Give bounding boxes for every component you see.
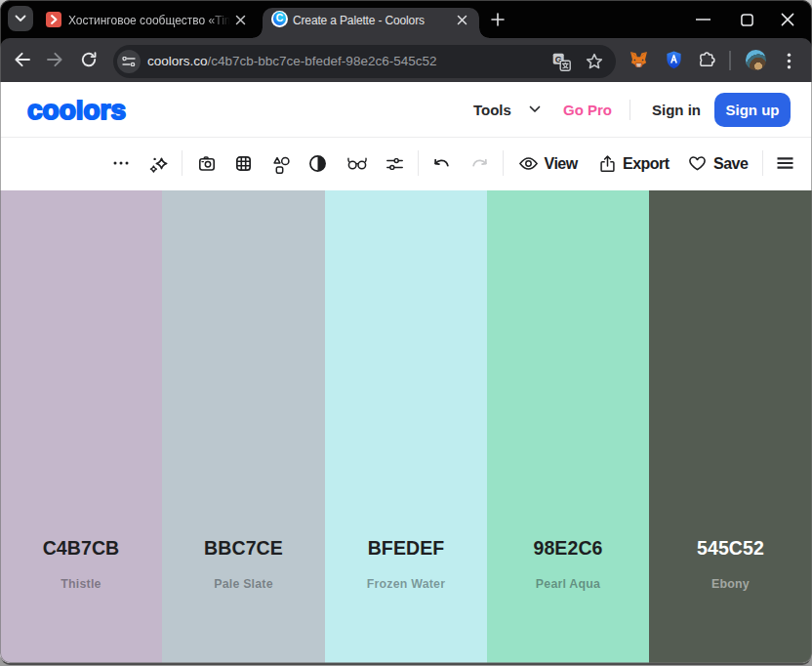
svg-text:coolors: coolors: [27, 100, 126, 123]
